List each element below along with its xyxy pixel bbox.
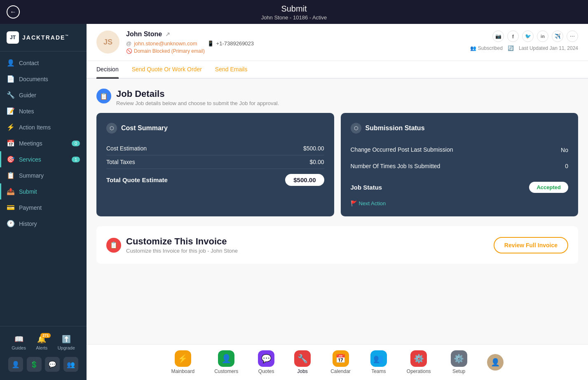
bottom-nav-quotes[interactable]: 💬 Quotes <box>248 348 284 377</box>
teams-nav-label: Teams <box>371 368 386 374</box>
summary-icon: 📋 <box>7 171 15 179</box>
instagram-icon[interactable]: 📷 <box>492 30 504 42</box>
tabs-bar: Decision Send Quote Or Work Order Send E… <box>87 61 588 79</box>
cost-estimation-row: Cost Estimation $500.00 <box>106 142 324 155</box>
sidebar-bottom-actions: 📖 Guides 🔔 271 Alerts ⬆️ Upgrade <box>0 331 87 350</box>
submission-status-icon: ⬡ <box>351 123 361 134</box>
guides-icon: 📖 <box>14 335 23 344</box>
quotes-nav-icon: 💬 <box>258 350 274 367</box>
contact-details-row: @ john.stone@unknown.com 📱 +1-7389269023 <box>126 40 464 47</box>
setup-nav-icon: ⚙️ <box>451 350 467 367</box>
contact-name-text: John Stone <box>126 30 162 38</box>
more-icon[interactable]: ⋯ <box>567 30 578 42</box>
back-button[interactable]: ← <box>7 5 20 19</box>
user-avatar-bottom: 👤 <box>487 354 504 371</box>
logo-text: JACKTRADE™ <box>22 34 68 41</box>
sidebar-item-meetings[interactable]: 📅 Meetings 0 <box>0 135 87 151</box>
subscribed-badge: 👥 Subscribed <box>470 45 503 51</box>
alerts-label: Alerts <box>36 345 47 350</box>
meetings-icon: 📅 <box>7 139 15 147</box>
review-full-invoice-button[interactable]: Review Full Invoice <box>494 237 568 253</box>
subscribed-text: Subscribed <box>478 45 503 51</box>
telegram-icon[interactable]: ✈️ <box>552 30 563 42</box>
contact-avatar: JS <box>96 30 119 54</box>
jobs-nav-label: Jobs <box>297 368 307 374</box>
tab-send-quote[interactable]: Send Quote Or Work Order <box>132 61 202 79</box>
guides-button[interactable]: 📖 Guides <box>12 335 26 350</box>
job-details-icon: 📋 <box>96 89 111 103</box>
job-status-badge: Accepted <box>529 182 568 193</box>
total-taxes-row: Total Taxes $0.00 <box>106 155 324 169</box>
tab-decision[interactable]: Decision <box>96 61 119 79</box>
group-quick-button[interactable]: 👥 <box>63 357 78 372</box>
flag-icon: 🚩 <box>351 200 357 206</box>
sidebar-item-notes[interactable]: 📝 Notes <box>0 103 87 119</box>
cost-estimation-value: $500.00 <box>303 145 324 152</box>
invoice-header-left: 📋 Customize This Invoice Customize this … <box>106 236 238 254</box>
guides-label: Guides <box>12 345 26 350</box>
phone-icon: 📱 <box>207 40 214 47</box>
sidebar-item-label: Documents <box>19 76 48 82</box>
bottom-nav: ⚡ Mainboard 👤 Customers 💬 Quotes 🔧 Jobs … <box>87 344 588 380</box>
share-icon[interactable]: ↗ <box>165 31 170 38</box>
bottom-nav-teams[interactable]: 👥 Teams <box>361 348 397 377</box>
total-quote-label: Total Quote Estimate <box>106 176 168 183</box>
total-quote-value: $500.00 <box>285 174 324 186</box>
invoice-icon: 📋 <box>106 238 121 253</box>
alerts-button[interactable]: 🔔 271 Alerts <box>36 335 47 350</box>
submission-status-card: ⬡ Submission Status Change Occurred Post… <box>341 113 579 216</box>
contact-icon: 👤 <box>7 59 15 67</box>
user-quick-button[interactable]: 👤 <box>8 357 23 372</box>
cost-summary-icon: ⬡ <box>106 123 117 134</box>
chat-quick-button[interactable]: 💬 <box>45 357 60 372</box>
tab-send-emails[interactable]: Send Emails <box>215 61 248 79</box>
mainboard-nav-label: Mainboard <box>171 368 194 374</box>
sidebar-item-contact[interactable]: 👤 Contact <box>0 55 87 71</box>
top-bar-title: Submit <box>0 4 588 14</box>
sidebar-item-summary[interactable]: 📋 Summary <box>0 167 87 183</box>
bottom-nav-mainboard[interactable]: ⚡ Mainboard <box>161 348 204 377</box>
sidebar-item-services[interactable]: 🎯 Services 1 <box>0 151 87 167</box>
job-details-title: Job Details <box>116 89 279 99</box>
operations-nav-label: Operations <box>407 368 431 374</box>
sidebar-item-label: Notes <box>19 108 34 115</box>
sidebar-item-label: Action Items <box>19 124 51 131</box>
main-layout: JT JACKTRADE™ 👤 Contact 📄 Documents 🔧 Gu… <box>0 24 588 380</box>
bottom-nav-calendar[interactable]: 📅 Calendar <box>321 348 361 377</box>
twitter-icon[interactable]: 🐦 <box>522 30 534 42</box>
contact-email-text: john.stone@unknown.com <box>134 40 197 47</box>
sidebar-item-history[interactable]: 🕐 History <box>0 216 87 232</box>
sidebar: JT JACKTRADE™ 👤 Contact 📄 Documents 🔧 Gu… <box>0 24 87 380</box>
contact-phone-field: 📱 +1-7389269023 <box>207 40 254 47</box>
bottom-nav-jobs[interactable]: 🔧 Jobs <box>284 348 321 377</box>
bottom-nav-customers[interactable]: 👤 Customers <box>204 348 248 377</box>
sidebar-item-label: Services <box>19 156 41 163</box>
jobs-nav-icon: 🔧 <box>294 350 311 367</box>
last-updated-text: Last Updated Jan 11, 2024 <box>519 45 578 51</box>
sidebar-item-label: Meetings <box>19 140 42 147</box>
sidebar-item-payment[interactable]: 💳 Payment <box>0 199 87 216</box>
job-details-title-block: Job Details Review Job details below and… <box>116 89 279 106</box>
sidebar-item-submit[interactable]: 📤 Submit <box>0 183 87 199</box>
upgrade-button[interactable]: ⬆️ Upgrade <box>58 335 75 350</box>
submit-icon: 📤 <box>7 188 15 195</box>
dollar-quick-button[interactable]: 💲 <box>27 357 42 372</box>
sidebar-item-action-items[interactable]: ⚡ Action Items <box>0 119 87 135</box>
job-status-label: Job Status <box>351 183 529 192</box>
times-submitted-label: Number Of Times Job Is Submitted <box>351 162 565 171</box>
sidebar-item-guider[interactable]: 🔧 Guider <box>0 87 87 103</box>
sidebar-item-documents[interactable]: 📄 Documents <box>0 71 87 87</box>
alerts-badge: 271 <box>40 333 51 338</box>
facebook-icon[interactable]: f <box>507 30 519 42</box>
contact-name-row: John Stone ↗ <box>126 30 464 38</box>
job-status-row: Job Status Accepted <box>351 178 569 197</box>
invoice-section: 📋 Customize This Invoice Customize this … <box>96 226 578 264</box>
bottom-nav-user[interactable]: 👤 <box>477 352 513 373</box>
next-action-button[interactable]: 🚩 Next Action <box>351 200 569 206</box>
domain-blocked-notice: 🚫 Domain Blocked (Primary email) <box>126 48 464 54</box>
customers-nav-label: Customers <box>214 368 238 374</box>
sidebar-item-label: History <box>19 220 37 227</box>
linkedin-icon[interactable]: in <box>537 30 548 42</box>
bottom-nav-operations[interactable]: ⚙️ Operations <box>397 348 441 377</box>
bottom-nav-setup[interactable]: ⚙️ Setup <box>441 348 477 377</box>
